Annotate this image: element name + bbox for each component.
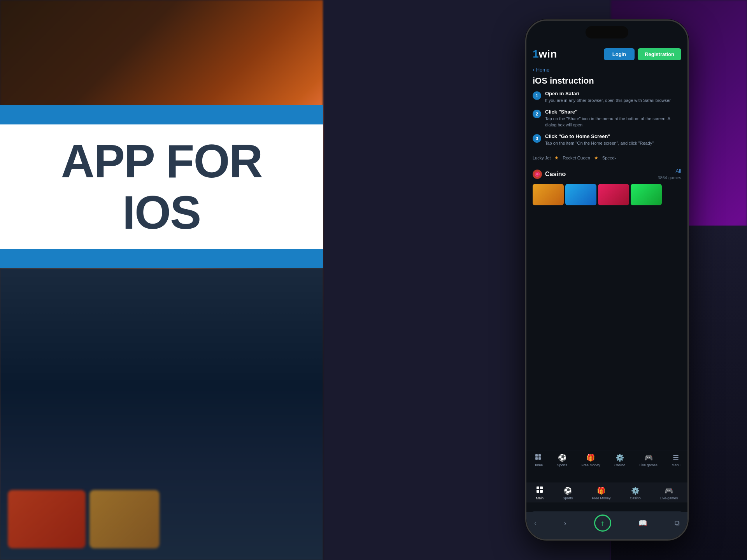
poker-chip-icon [535,172,540,177]
ios-nav-live[interactable]: 🎮 Live games [640,453,658,467]
ios-menu-icon: ☰ [673,453,679,462]
step-2-content: Click "Share" Tap on the "Share" icon in… [545,109,681,128]
safari-back-button[interactable]: ‹ [534,519,537,527]
svg-rect-2 [537,486,539,489]
safari-toolbar: ‹ › ↑ 📖 ⧉ [526,512,687,539]
step-3-content: Click "Go to Home Screen" Tap on the ite… [545,133,654,146]
ios-nav-home-label: Home [533,463,543,467]
step-2-desc: Tap on the "Share" icon in the menu at t… [545,116,681,128]
safari-forward-button[interactable]: › [564,519,566,527]
step-3-title: Click "Go to Home Screen" [545,133,654,139]
svg-rect-7 [538,454,541,457]
ios-casino-icon: ⚙️ [615,453,624,462]
ios-nav-casino[interactable]: ⚙️ Casino [614,453,625,467]
casino-title-row: Casino [533,170,566,179]
phone-screen: 1win Login Registration ‹ Home iOS instr… [526,21,687,539]
registration-button[interactable]: Registration [638,48,681,60]
casino-game-thumb-3[interactable] [598,184,629,205]
breadcrumb-home[interactable]: Home [536,67,550,73]
live-games-icon: 🎮 [665,486,673,495]
nav-live-games[interactable]: 🎮 Live-games [660,486,678,500]
ios-nav-home[interactable]: Home [533,454,543,467]
star-icon-1: ★ [554,155,559,161]
main-title-line2: IOS [61,187,262,238]
nav-casino-label: Casino [630,496,641,500]
sports-icon: ⚽ [563,486,572,495]
ios-nav-free-money-label: Free Money [581,463,600,467]
step-1-number: 1 [533,91,541,100]
login-button[interactable]: Login [604,48,635,60]
safari-tabs-button[interactable]: ⧉ [675,519,680,527]
safari-bookmark-button[interactable]: 📖 [638,519,647,527]
casino-games-preview [533,184,681,205]
step-2: 2 Click "Share" Tap on the "Share" icon … [533,109,681,128]
step-3-desc: Tap on the item "On the Home screen", an… [545,140,654,146]
blurred-game-thumb-1 [8,490,86,548]
svg-rect-3 [540,486,543,489]
app-logo: 1win [533,48,557,60]
main-content-area: APP FOR IOS [0,124,323,249]
ios-nav-free-money[interactable]: 🎁 Free Money [581,453,600,467]
blurred-game-thumb-2 [89,490,160,548]
nav-main[interactable]: Main [536,486,544,500]
svg-point-1 [536,173,538,175]
step-2-title: Click "Share" [545,109,681,115]
phone-device: 1win Login Registration ‹ Home iOS instr… [525,19,689,541]
step-1: 1 Open in Safari If you are in any other… [533,91,681,103]
ios-nav-menu[interactable]: ☰ Menu [672,453,680,467]
phone-content: 1win Login Registration ‹ Home iOS instr… [526,44,687,539]
phone-frame: 1win Login Registration ‹ Home iOS instr… [525,19,689,541]
casino-header: Casino All 3864 games [533,168,681,181]
ios-nav-casino-label: Casino [614,463,625,467]
main-title-line1: APP FOR [61,135,262,187]
nav-live-games-label: Live-games [660,496,678,500]
header-buttons: Login Registration [604,48,681,60]
main-title: APP FOR IOS [61,135,262,238]
game-speed: Speed- [602,156,616,160]
casino-game-thumb-1[interactable] [533,184,564,205]
games-row: Lucky Jet ★ Rocket Queen ★ Speed- [526,152,687,164]
ios-nav-sports[interactable]: ⚽ Sports [557,453,567,467]
nav-free-money[interactable]: 🎁 Free Money [592,486,610,500]
app-bottom-nav: Main ⚽ Sports 🎁 Free Money ⚙️ Casino [526,483,687,502]
game-lucky-jet: Lucky Jet [533,156,551,160]
star-icon-2: ★ [594,155,598,161]
ios-live-icon: 🎮 [644,453,653,462]
blue-stripe-top [0,105,323,124]
dynamic-island [586,26,628,38]
step-3-number: 3 [533,134,541,143]
nav-sports[interactable]: ⚽ Sports [563,486,573,500]
casino-games-count: 3864 games [658,175,681,180]
breadcrumb-arrow: ‹ [533,66,535,73]
casino-title-text: Casino [545,171,566,178]
phone-header: 1win Login Registration [526,44,687,63]
blue-stripe-bottom [0,249,323,268]
step-2-number: 2 [533,110,541,118]
safari-share-icon: ↑ [601,519,605,528]
free-money-icon: 🎁 [597,486,605,495]
svg-rect-6 [535,454,538,457]
ios-home-icon [535,454,541,462]
safari-share-button[interactable]: ↑ [594,514,611,532]
casino-all-area: All 3864 games [658,168,681,181]
ios-nav-sports-label: Sports [557,463,567,467]
step-1-title: Open in Safari [545,91,671,96]
casino-icon [533,170,542,179]
casino-section: Casino All 3864 games [526,164,687,208]
casino-game-thumb-4[interactable] [631,184,662,205]
ios-nav-live-label: Live games [640,463,658,467]
ios-bottom-nav: Home ⚽ Sports 🎁 Free Money ⚙️ Casino [526,450,687,469]
ios-sports-icon: ⚽ [558,453,566,462]
step-1-content: Open in Safari If you are in any other b… [545,91,671,103]
casino-game-thumb-2[interactable] [565,184,596,205]
main-icon [536,486,543,495]
svg-rect-8 [535,457,538,460]
logo-name: win [539,48,557,60]
casino-all-link[interactable]: All [658,168,681,174]
steps-container: 1 Open in Safari If you are in any other… [526,91,687,147]
step-3: 3 Click "Go to Home Screen" Tap on the i… [533,133,681,146]
nav-casino[interactable]: ⚙️ Casino [630,486,641,500]
nav-free-money-label: Free Money [592,496,610,500]
ios-nav-menu-label: Menu [672,463,680,467]
svg-rect-4 [537,490,539,493]
